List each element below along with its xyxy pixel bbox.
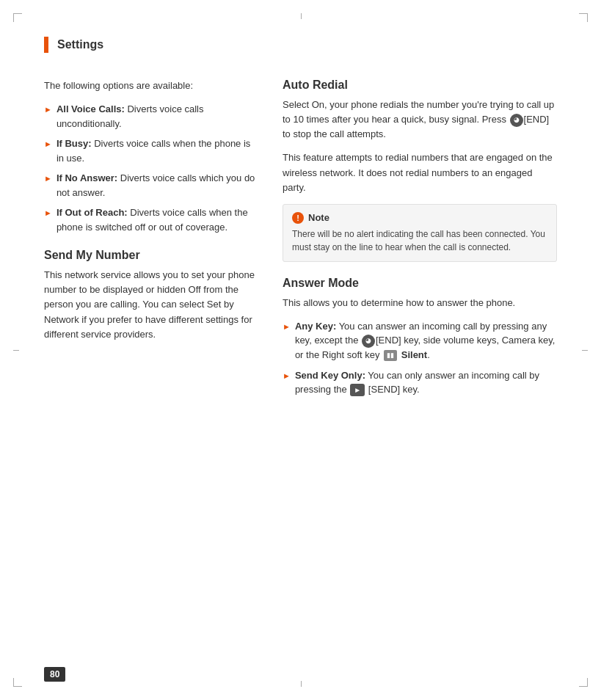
right-column: Auto Redial Select On, your phone redial… — [283, 79, 557, 407]
silent-key-icon: ▮▮ — [384, 350, 397, 362]
corner-mark-tr — [579, 13, 588, 22]
list-item-label: If Out of Reach: — [57, 207, 128, 218]
list-item-text: All Voice Calls: Diverts voice calls unc… — [57, 102, 261, 131]
silent-label: Silent — [401, 349, 427, 360]
tick-bottom — [301, 681, 302, 687]
page-number: 80 — [44, 667, 65, 682]
list-item-text: Any Key: You can answer an incoming call… — [295, 319, 557, 362]
list-item-text: If Out of Reach: Diverts voice calls whe… — [57, 205, 261, 234]
list-item: ► Any Key: You can answer an incoming ca… — [283, 319, 557, 362]
list-item: ► If Out of Reach: Diverts voice calls w… — [44, 205, 261, 234]
corner-mark-tl — [13, 13, 22, 22]
list-item-label: If No Answer: — [57, 172, 117, 183]
note-title: ! Note — [292, 212, 547, 224]
list-item-text: If No Answer: Diverts voice calls which … — [57, 171, 261, 200]
divert-options-list: ► All Voice Calls: Diverts voice calls u… — [44, 102, 261, 234]
tick-left — [13, 350, 19, 351]
bullet-arrow-icon: ► — [44, 138, 52, 150]
header-accent-bar — [44, 37, 48, 53]
tick-right — [582, 350, 588, 351]
end-key-circle-icon: ◕ — [362, 335, 375, 348]
intro-text: The following options are available: — [44, 79, 261, 93]
page-header: Settings — [44, 37, 557, 56]
note-box: ! Note There will be no alert indicating… — [283, 204, 557, 262]
answer-mode-list: ► Any Key: You can answer an incoming ca… — [283, 319, 557, 397]
answer-mode-heading: Answer Mode — [283, 277, 557, 290]
auto-redial-heading: Auto Redial — [283, 79, 557, 92]
bullet-arrow-icon: ► — [44, 172, 52, 185]
left-column: The following options are available: ► A… — [44, 79, 261, 407]
list-item-label: If Busy: — [57, 138, 92, 149]
two-column-layout: The following options are available: ► A… — [44, 79, 557, 407]
bullet-arrow-icon: ► — [283, 321, 291, 333]
list-item-label: Any Key: — [295, 321, 336, 332]
answer-mode-intro: This allows you to determine how to answ… — [283, 296, 557, 310]
list-item: ► If No Answer: Diverts voice calls whic… — [44, 171, 261, 200]
corner-mark-br — [579, 678, 588, 687]
list-item: ► Send Key Only: You can only answer an … — [283, 368, 557, 397]
note-icon: ! — [292, 212, 304, 224]
page-title: Settings — [57, 38, 103, 51]
note-text: There will be no alert indicating the ca… — [292, 227, 547, 254]
bullet-arrow-icon: ► — [44, 207, 52, 219]
list-item-label: Send Key Only: — [295, 370, 365, 381]
list-item-text: If Busy: Diverts voice calls when the ph… — [57, 136, 261, 165]
auto-redial-para-2: This feature attempts to redial numbers … — [283, 150, 557, 194]
list-item: ► All Voice Calls: Diverts voice calls u… — [44, 102, 261, 131]
corner-mark-bl — [13, 678, 22, 687]
page-content: Settings The following options are avail… — [44, 37, 557, 656]
auto-redial-para-1: Select On, your phone redials the number… — [283, 98, 557, 142]
list-item-label: All Voice Calls: — [57, 103, 125, 114]
tick-top — [301, 13, 302, 19]
bullet-arrow-icon: ► — [283, 370, 291, 382]
list-item-text: Send Key Only: You can only answer an in… — [295, 368, 557, 397]
send-my-number-heading: Send My Number — [44, 249, 261, 262]
bullet-arrow-icon: ► — [44, 103, 52, 116]
list-item: ► If Busy: Diverts voice calls when the … — [44, 136, 261, 165]
send-key-phone-icon: ► — [350, 384, 365, 396]
send-my-number-text: This network service allows you to set y… — [44, 268, 261, 342]
end-key-icon: ◕ — [510, 114, 523, 127]
